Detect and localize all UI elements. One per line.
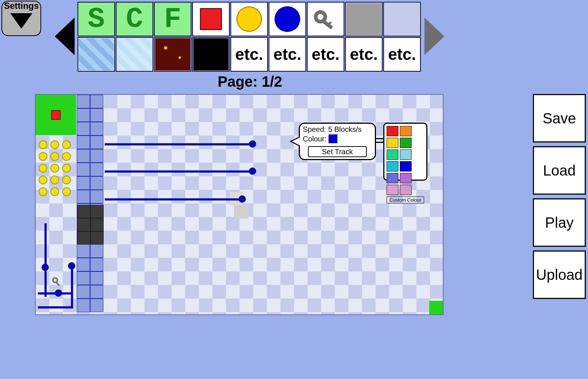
- settings-button[interactable]: Settings: [1, 1, 41, 36]
- palette-tile-1-0[interactable]: S: [78, 2, 115, 36]
- palette-tile-1-3[interactable]: [192, 2, 230, 36]
- start-marker: [51, 110, 61, 120]
- palette-tile-2-0[interactable]: [78, 37, 115, 72]
- palette-tile-1-5[interactable]: [269, 2, 306, 36]
- track-3[interactable]: [105, 198, 241, 201]
- upload-label: Upload: [536, 267, 583, 283]
- colour-swatch-4[interactable]: [387, 149, 398, 160]
- start-tile[interactable]: [36, 95, 76, 135]
- yellow-circle: [236, 6, 262, 32]
- palette-grid: SCF etc.etc.etc.etc.etc.: [77, 1, 421, 72]
- custom-colour-label: Custom Colour: [390, 197, 422, 203]
- palette-tile-1-7[interactable]: [345, 2, 383, 36]
- track-7[interactable]: [38, 306, 73, 308]
- track-6-node[interactable]: [55, 289, 62, 297]
- save-button[interactable]: Save: [533, 94, 586, 142]
- black-square: [193, 38, 229, 71]
- svg-marker-5: [424, 18, 444, 55]
- save-label: Save: [542, 110, 576, 127]
- svg-marker-0: [10, 13, 32, 29]
- colour-swatch[interactable]: [329, 134, 337, 143]
- colour-swatch-1[interactable]: [400, 126, 412, 136]
- key-icon[interactable]: [52, 277, 62, 287]
- colour-swatch-11[interactable]: [400, 185, 412, 195]
- track-2-end[interactable]: [249, 167, 256, 175]
- svg-rect-7: [55, 281, 60, 286]
- ice-blue: [79, 38, 114, 71]
- palette-tile-2-3[interactable]: [192, 37, 230, 72]
- palette-tile-1-2[interactable]: F: [154, 2, 191, 36]
- palette-tile-2-6[interactable]: etc.: [307, 37, 344, 72]
- palette-tile-2-8[interactable]: etc.: [383, 37, 421, 72]
- colour-swatch-7[interactable]: [400, 161, 412, 172]
- red-square: [200, 8, 222, 30]
- lavender-square: [384, 3, 420, 35]
- chevron-down-icon: [9, 12, 34, 30]
- track-1[interactable]: [105, 143, 252, 145]
- speed-label: Speed: 5 Blocks/s: [303, 125, 362, 134]
- svg-rect-3: [320, 18, 333, 29]
- cursor-block: [234, 205, 248, 219]
- svg-marker-1: [55, 18, 75, 55]
- colour-swatch-6[interactable]: [387, 161, 398, 172]
- blue-circle: [275, 6, 300, 32]
- palette-prev-arrow[interactable]: [51, 1, 77, 71]
- play-button[interactable]: Play: [533, 198, 586, 247]
- track-config-popup: Speed: 5 Blocks/s Colour: Set Track: [299, 123, 376, 160]
- track-4-node[interactable]: [42, 264, 49, 271]
- custom-colour-button[interactable]: Custom Colour: [387, 196, 424, 203]
- track-5-node[interactable]: [68, 262, 75, 270]
- palette-tile-1-8[interactable]: [383, 2, 421, 36]
- colour-swatch-10[interactable]: [387, 185, 398, 195]
- track-3-end[interactable]: [239, 195, 246, 203]
- palette-tile-1-6[interactable]: [307, 2, 344, 36]
- end-tile[interactable]: [429, 301, 443, 314]
- colour-swatch-9[interactable]: [400, 173, 412, 183]
- load-button[interactable]: Load: [533, 146, 586, 195]
- palette-tile-2-4[interactable]: etc.: [230, 37, 268, 72]
- coin-group[interactable]: [37, 139, 72, 198]
- play-label: Play: [545, 214, 574, 231]
- track-1-end[interactable]: [249, 140, 256, 148]
- upload-button[interactable]: Upload: [533, 250, 586, 299]
- colour-swatch-2[interactable]: [387, 138, 398, 148]
- level-canvas[interactable]: /*populated below*/ Speed: 5: [35, 94, 444, 315]
- colour-picker: Custom Colour: [383, 123, 427, 181]
- settings-label: Settings: [4, 1, 39, 11]
- lava: [155, 38, 190, 71]
- load-label: Load: [543, 162, 576, 179]
- palette-tile-1-1[interactable]: C: [116, 2, 153, 36]
- palette-tile-2-2[interactable]: [154, 37, 191, 72]
- palette-page-label: Page: 1/2: [0, 73, 500, 90]
- set-track-label: Set Track: [322, 148, 353, 156]
- colour-swatch-0[interactable]: [387, 126, 398, 136]
- palette-tile-2-1[interactable]: [116, 37, 153, 72]
- palette-tile-2-5[interactable]: etc.: [269, 37, 306, 72]
- set-track-button[interactable]: Set Track: [308, 146, 367, 157]
- palette-next-arrow[interactable]: [421, 1, 447, 71]
- colour-swatch-5[interactable]: [400, 149, 412, 160]
- light-ice: [117, 38, 152, 71]
- track-2[interactable]: [105, 170, 252, 173]
- palette-tile-1-4[interactable]: [230, 2, 268, 36]
- colour-swatch-8[interactable]: [387, 173, 398, 183]
- colour-swatch-3[interactable]: [400, 138, 412, 148]
- track-4v[interactable]: [44, 223, 47, 297]
- colour-label: Colour:: [303, 135, 326, 143]
- gray-square: [346, 3, 381, 35]
- track-5v[interactable]: [71, 263, 73, 307]
- palette-tile-2-7[interactable]: etc.: [345, 37, 383, 72]
- key-icon: [312, 8, 340, 30]
